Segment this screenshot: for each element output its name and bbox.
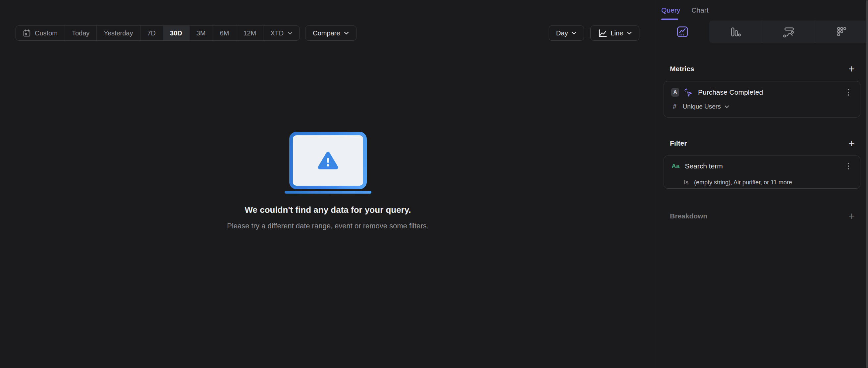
filter-section-header: Filter + <box>656 137 868 149</box>
metric-card[interactable]: A Purchase Completed # Unique Users <box>663 81 860 118</box>
filter-operator[interactable]: Is <box>684 179 688 186</box>
filter-values-summary[interactable]: (empty string), Air purifier, or 11 more <box>694 179 792 186</box>
chart-style-dropdown[interactable]: Line <box>590 26 640 41</box>
chart-type-insights-active[interactable] <box>656 21 709 43</box>
chart-type-bar[interactable] <box>709 21 762 43</box>
sidebar-scrollbar[interactable] <box>866 0 868 368</box>
chevron-down-icon <box>627 31 632 35</box>
chevron-down-icon <box>287 31 292 35</box>
chevron-down-icon <box>571 31 577 35</box>
warning-triangle-icon <box>317 151 339 170</box>
retention-dots-icon <box>836 27 847 37</box>
chevron-down-icon <box>344 31 349 35</box>
breakdown-title: Breakdown <box>670 212 707 220</box>
date-range-3m[interactable]: 3M <box>189 26 213 40</box>
chart-type-retention[interactable] <box>815 21 868 43</box>
flow-chart-icon <box>783 27 795 37</box>
aggregation-type-symbol: # <box>673 103 677 110</box>
chevron-down-icon <box>724 105 729 108</box>
query-builder-sidebar: Query Chart <box>656 0 868 368</box>
insights-line-chart-icon <box>677 26 688 38</box>
display-controls: Day Line <box>549 26 640 41</box>
add-filter-icon[interactable]: + <box>848 138 855 148</box>
calendar-icon <box>23 29 31 37</box>
click-event-icon <box>684 88 693 97</box>
date-range-label: Custom <box>35 29 58 37</box>
kebab-menu-icon[interactable] <box>848 163 849 169</box>
kebab-menu-icon[interactable] <box>848 89 849 96</box>
date-range-yesterday[interactable]: Yesterday <box>97 26 140 40</box>
empty-state-title: We couldn't find any data for your query… <box>245 205 411 215</box>
compare-button[interactable]: Compare <box>305 26 356 41</box>
bar-chart-icon <box>730 27 741 37</box>
laptop-base <box>285 191 371 194</box>
query-toolbar: Custom Today Yesterday 7D 30D 3M 6M 12M … <box>16 26 640 41</box>
metric-event-name[interactable]: Purchase Completed <box>698 88 763 96</box>
line-chart-icon <box>598 29 607 38</box>
date-range-picker: Custom Today Yesterday 7D 30D 3M 6M 12M … <box>16 26 300 41</box>
breakdown-section-header: Breakdown + <box>656 210 868 222</box>
filter-property-name[interactable]: Search term <box>685 162 722 170</box>
date-range-7d[interactable]: 7D <box>141 26 163 40</box>
tab-chart[interactable]: Chart <box>691 6 708 14</box>
filter-card[interactable]: Aa Search term Is (empty string), Air pu… <box>663 156 860 189</box>
empty-state-subtitle: Please try a different date range, event… <box>227 222 429 230</box>
active-tab-underline <box>661 19 678 20</box>
add-metric-icon[interactable]: + <box>848 64 855 74</box>
date-range-custom[interactable]: Custom <box>16 26 65 40</box>
empty-state: We couldn't find any data for your query… <box>0 132 656 230</box>
date-range-6m[interactable]: 6M <box>213 26 237 40</box>
metrics-section-header: Metrics + <box>656 63 868 75</box>
metrics-title: Metrics <box>670 65 694 73</box>
string-property-icon: Aa <box>672 163 680 170</box>
date-range-30d-selected[interactable]: 30D <box>163 26 189 40</box>
chart-type-tab-group <box>709 21 868 43</box>
chart-type-flow[interactable] <box>762 21 815 43</box>
granularity-dropdown[interactable]: Day <box>549 26 584 41</box>
aggregation-dropdown[interactable]: Unique Users <box>683 103 721 110</box>
date-range-xtd[interactable]: XTD <box>264 26 300 40</box>
chart-type-tabs <box>656 21 868 43</box>
tab-query[interactable]: Query <box>661 6 680 14</box>
date-range-12m[interactable]: 12M <box>236 26 264 40</box>
chart-canvas-area: Custom Today Yesterday 7D 30D 3M 6M 12M … <box>0 0 656 368</box>
sidebar-tabbar: Query Chart <box>656 0 868 21</box>
series-letter-badge: A <box>671 88 679 97</box>
date-range-today[interactable]: Today <box>65 26 97 40</box>
laptop-illustration <box>289 132 367 189</box>
add-breakdown-icon[interactable]: + <box>848 211 855 222</box>
filter-title: Filter <box>670 139 687 147</box>
